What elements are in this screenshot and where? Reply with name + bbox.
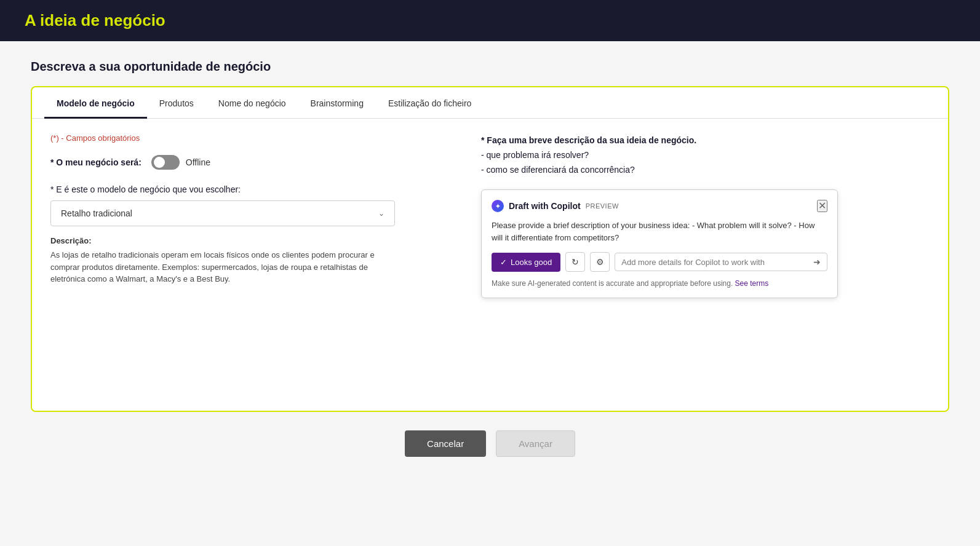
card-body: (*) - Campos obrigatórios * O meu negóci… [32, 119, 948, 313]
app-header: A ideia de negócio [0, 0, 980, 41]
copilot-draft-box: ✦ Draft with Copilot PREVIEW ✕ Please pr… [481, 189, 838, 298]
form-card: Modelo de negócio Produtos Nome do negóc… [31, 86, 949, 412]
copilot-title: Draft with Copilot [509, 201, 581, 211]
model-label: * E é este o modelo de negócio que vou e… [50, 184, 444, 194]
description-label: Descrição: [50, 236, 444, 245]
looks-good-button[interactable]: ✓ Looks good [492, 253, 560, 272]
app-title: A ideia de negócio [25, 11, 165, 30]
copilot-input-wrapper: ➜ [615, 253, 827, 271]
copilot-header: ✦ Draft with Copilot PREVIEW ✕ [492, 200, 827, 212]
tab-estilizacao[interactable]: Estilização do ficheiro [376, 87, 484, 119]
dropdown-value: Retalho tradicional [61, 208, 132, 218]
copilot-footer-text: Make sure AI-generated content is accura… [492, 279, 733, 288]
copilot-title-group: ✦ Draft with Copilot PREVIEW [492, 200, 619, 212]
form-footer: Cancelar Avançar [31, 412, 949, 469]
tab-bar: Modelo de negócio Produtos Nome do negóc… [32, 87, 948, 119]
model-section: * E é este o modelo de negócio que vou e… [50, 184, 444, 226]
tab-modelo-negocio[interactable]: Modelo de negócio [44, 87, 147, 119]
copilot-preview-badge: PREVIEW [586, 202, 619, 210]
toggle-knob [154, 157, 165, 168]
prompt-line3: - como se diferenciará da concorrência? [481, 163, 930, 178]
business-mode-row: * O meu negócio será: Offline [50, 155, 444, 170]
looks-good-label: Looks good [511, 258, 552, 267]
left-column: (*) - Campos obrigatórios * O meu negóci… [50, 133, 444, 298]
check-icon: ✓ [500, 258, 507, 267]
copilot-send-button[interactable]: ➜ [813, 257, 821, 267]
required-fields-note: (*) - Campos obrigatórios [50, 133, 444, 143]
tab-produtos[interactable]: Produtos [147, 87, 206, 119]
chevron-down-icon: ⌄ [378, 209, 384, 218]
toggle-label: Offline [186, 157, 210, 167]
page-title: Descreva a sua oportunidade de negócio [31, 60, 949, 74]
copilot-footer: Make sure AI-generated content is accura… [492, 279, 827, 288]
copilot-body-text: Please provide a brief description of yo… [492, 220, 827, 243]
copilot-close-button[interactable]: ✕ [817, 200, 827, 212]
sliders-icon: ⚙ [596, 257, 604, 267]
right-column: * Faça uma breve descrição da sua ideia … [481, 133, 930, 298]
settings-button[interactable]: ⚙ [590, 252, 610, 272]
regenerate-button[interactable]: ↻ [565, 252, 585, 272]
tab-nome-negocio[interactable]: Nome do negócio [206, 87, 298, 119]
offline-toggle[interactable] [151, 155, 180, 170]
offline-toggle-group: Offline [151, 155, 210, 170]
copilot-actions: ✓ Looks good ↻ ⚙ ➜ [492, 252, 827, 272]
business-model-dropdown[interactable]: Retalho tradicional ⌄ [50, 200, 395, 226]
copilot-icon: ✦ [492, 200, 504, 212]
prompt-text: * Faça uma breve descrição da sua ideia … [481, 133, 930, 177]
refresh-icon: ↻ [572, 257, 579, 267]
prompt-line2: - que problema irá resolver? [481, 148, 930, 163]
next-button[interactable]: Avançar [496, 430, 575, 457]
tab-brainstorming[interactable]: Brainstorming [298, 87, 376, 119]
main-content: Descreva a sua oportunidade de negócio M… [0, 41, 980, 488]
copilot-details-input[interactable] [621, 258, 813, 267]
prompt-line1: * Faça uma breve descrição da sua ideia … [481, 135, 696, 145]
cancel-button[interactable]: Cancelar [405, 430, 486, 457]
copilot-see-terms-link[interactable]: See terms [735, 279, 769, 288]
business-mode-label: * O meu negócio será: [50, 157, 141, 167]
description-text: As lojas de retalho tradicionais operam … [50, 249, 395, 285]
